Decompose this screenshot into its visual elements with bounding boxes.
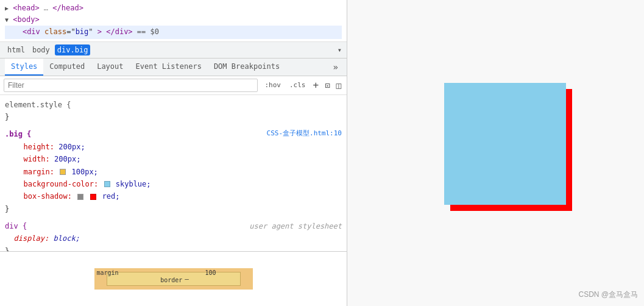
box-model-diagram: margin 100 border – [0, 252, 347, 306]
demo-box [444, 83, 566, 205]
css-rule-big: CSS-盒子模型.html:10 .big { height: 200px; w… [5, 128, 342, 215]
dom-selected-line[interactable]: <div class="big" > </div> == $0 [5, 26, 342, 38]
breadcrumb: html body div.big ▾ [0, 42, 347, 59]
bgcolor-swatch[interactable] [104, 181, 110, 187]
css-selector-big: .big { [5, 130, 31, 138]
box-margin-value[interactable]: 100 [205, 269, 216, 276]
box-border-value[interactable]: – [185, 275, 189, 283]
box-outer: margin 100 border – [94, 268, 253, 290]
cls-button[interactable]: .cls [286, 80, 309, 90]
breadcrumb-divbig[interactable]: div.big [55, 44, 91, 55]
margin-swatch[interactable] [60, 169, 66, 175]
tab-computed[interactable]: Computed [43, 59, 91, 76]
css-prop-boxshadow: box-shadow: red; [5, 190, 342, 202]
tab-styles[interactable]: Styles [5, 59, 43, 76]
filter-bar: :hov .cls + ⊡ ◫ [0, 76, 347, 95]
styles-content: element.style { } CSS-盒子模型.html:10 .big … [0, 95, 347, 251]
add-style-icon[interactable]: + [311, 79, 320, 91]
shadow-color-swatch[interactable] [90, 194, 96, 200]
devtools-inner: ▶ <head> … </head> ▼ <body> <div class="… [0, 0, 347, 306]
css-selector-div: div { [5, 222, 27, 230]
preview-panel: CSDN @盒马盒马 [347, 0, 644, 306]
shadow-swatch[interactable] [77, 194, 83, 200]
hov-button[interactable]: :hov [261, 80, 284, 90]
css-close-element: } [5, 111, 342, 123]
tabs-overflow-icon[interactable]: » [330, 60, 342, 74]
dom-line-body[interactable]: ▼ <body> [5, 14, 342, 26]
css-source-big[interactable]: CSS-盒子模型.html:10 [267, 128, 342, 140]
css-close-big: } [5, 203, 342, 215]
layout-icon[interactable]: ◫ [334, 80, 343, 91]
tab-dom-breakpoints[interactable]: DOM Breakpoints [208, 59, 286, 76]
element-style-label: element.style { [5, 101, 71, 109]
breadcrumb-body[interactable]: body [30, 44, 52, 55]
dom-line-head[interactable]: ▶ <head> … </head> [5, 2, 342, 14]
box-border: border – [107, 272, 241, 286]
tab-event-listeners[interactable]: Event Listeners [130, 59, 208, 76]
css-prop-margin: margin: 100px; [5, 166, 342, 178]
user-agent-label: user agent stylesheet [249, 220, 342, 232]
css-close-div: } [5, 245, 342, 251]
breadcrumb-more-icon[interactable]: ▾ [338, 46, 342, 54]
css-prop-width: width: 200px; [5, 153, 342, 165]
tab-layout[interactable]: Layout [91, 59, 129, 76]
box-model-section: margin 100 border – [0, 251, 347, 306]
inspect-icon[interactable]: ⊡ [323, 80, 331, 91]
css-rule-div: user agent stylesheet div { display: blo… [5, 220, 342, 251]
box-margin-label: margin [97, 269, 119, 276]
css-div-header: user agent stylesheet div { [5, 220, 342, 232]
breadcrumb-html[interactable]: html [5, 44, 27, 55]
filter-buttons: :hov .cls + ⊡ ◫ [261, 79, 343, 91]
demo-box-container [444, 83, 566, 205]
dom-tree: ▶ <head> … </head> ▼ <body> <div class="… [0, 0, 347, 42]
tabs-bar: Styles Computed Layout Event Listeners D… [0, 59, 347, 76]
devtools-panel: ▶ <head> … </head> ▼ <body> <div class="… [0, 0, 347, 306]
css-selector-element: element.style { [5, 99, 342, 111]
watermark: CSDN @盒马盒马 [578, 290, 638, 300]
css-prop-display: display: block; [5, 232, 342, 244]
box-border-label: border [160, 277, 182, 283]
css-prop-bgcolor: background-color: skyblue; [5, 178, 342, 190]
filter-input[interactable] [4, 79, 258, 92]
css-rule-element-style: element.style { } [5, 99, 342, 124]
css-prop-height: height: 200px; [5, 141, 342, 153]
css-big-header: CSS-盒子模型.html:10 .big { [5, 128, 342, 140]
